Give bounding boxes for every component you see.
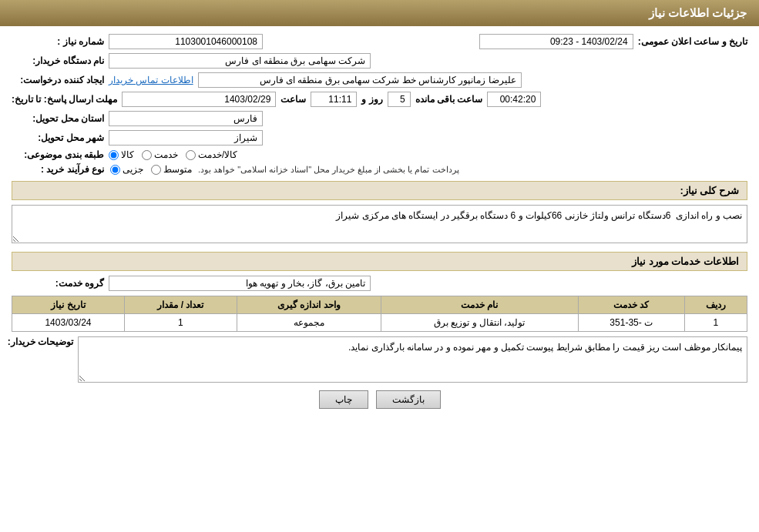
content-area: تاریخ و ساعت اعلان عمومی: 1403/02/24 - 0… (0, 26, 759, 424)
category-radio-kala-khedmat[interactable] (186, 150, 196, 160)
table-row: 1ت -35-351تولید، انتقال و توزیع برقمجموع… (12, 314, 747, 332)
creator-link[interactable]: اطلاعات تماس خریدار (109, 75, 193, 85)
process-option-mote: متوسط (151, 164, 192, 175)
deadline-time: 11:11 (311, 92, 357, 107)
province-value: فارس (109, 111, 263, 126)
process-label-2: متوسط (163, 164, 192, 175)
category-radio-kala[interactable] (109, 150, 119, 160)
announce-left: تاریخ و ساعت اعلان عمومی: 1403/02/24 - 0… (479, 34, 747, 49)
process-radio-jozei[interactable] (110, 165, 120, 175)
page-title: جزئیات اطلاعات نیاز (12, 6, 747, 20)
category-option-label-3: کالا/خدمت (198, 149, 237, 160)
process-label-1: جزیی (123, 164, 143, 175)
deadline-row: 00:42:20 ساعت باقی مانده 5 روز و 11:11 س… (12, 92, 747, 107)
buyer-notes-row: پیمانکار موظف است ریز قیمت را مطابق شرای… (12, 336, 747, 383)
deadline-days: 5 (388, 92, 411, 107)
top-info-row: تاریخ و ساعت اعلان عمومی: 1403/02/24 - 0… (12, 34, 747, 49)
buyer-notes-label: توضیحات خریدار: (12, 336, 73, 347)
description-section-title: شرح کلی نیاز: (12, 181, 747, 200)
province-label: استان محل تحویل: (12, 113, 104, 124)
buttons-row: بازگشت چاپ (12, 390, 747, 409)
table-cell-name: تولید، انتقال و توزیع برق (381, 314, 578, 332)
category-option-khedmat: خدمت (142, 149, 178, 160)
table-header-unit: واحد اندازه گیری (237, 296, 381, 314)
category-radio-khedmat[interactable] (142, 150, 152, 160)
category-option-label-1: کالا (121, 149, 134, 160)
creator-row: علیرضا زمانپور کارشناس خط شرکت سهامی برق… (12, 72, 747, 88)
table-header-code: کد خدمت (578, 296, 684, 314)
province-row: فارس استان محل تحویل: (12, 111, 747, 126)
table-cell-code: ت -35-351 (578, 314, 684, 332)
creator-label: ایجاد کننده درخواست: (12, 75, 104, 85)
description-textarea[interactable]: نصب و راه اندازی 6دستگاه ترانس ولتاژ خاز… (12, 205, 747, 243)
table-cell-date: 1403/03/24 (12, 314, 125, 332)
process-note: پرداخت تمام یا بخشی از مبلغ خریدار محل "… (198, 165, 459, 175)
announce-label: تاریخ و ساعت اعلان عمومی: (638, 36, 747, 47)
page-container: جزئیات اطلاعات نیاز تاریخ و ساعت اعلان ع… (0, 0, 759, 532)
announce-value: 1403/02/24 - 09:23 (479, 34, 633, 49)
deadline-date: 1403/02/29 (122, 92, 276, 107)
service-group-row: تامین برق، گاز، بخار و تهویه هوا گروه خد… (12, 276, 747, 291)
deadline-remaining: 00:42:20 (487, 92, 541, 107)
print-button[interactable]: چاپ (319, 390, 368, 409)
requester-org-label: نام دستگاه خریدار: (12, 55, 104, 66)
announce-right: 1103001046000108 شماره نیاز : (12, 34, 263, 49)
table-header-qty: تعداد / مقدار (124, 296, 237, 314)
header-bar: جزئیات اطلاعات نیاز (0, 0, 759, 26)
deadline-days-label: روز و (361, 94, 382, 105)
city-label: شهر محل تحویل: (12, 132, 104, 143)
table-cell-unit: مجموعه (237, 314, 381, 332)
table-header-date: تاریخ نیاز (12, 296, 125, 314)
need-number-value: 1103001046000108 (109, 34, 263, 49)
city-value: شیراز (109, 130, 263, 146)
table-header-name: نام خدمت (381, 296, 578, 314)
city-row: شیراز شهر محل تحویل: (12, 130, 747, 146)
requester-org-row: شرکت سهامی برق منطقه ای فارس نام دستگاه … (12, 53, 747, 69)
process-radio-mote[interactable] (151, 165, 161, 175)
category-option-kala: کالا (109, 149, 134, 160)
category-label: طبقه بندی موضوعی: (12, 149, 104, 160)
process-radio-group: متوسط جزیی (110, 164, 192, 175)
services-table: ردیف کد خدمت نام خدمت واحد اندازه گیری ت… (12, 296, 747, 332)
process-label: نوع فرآیند خرید : (12, 164, 104, 175)
category-option-label-2: خدمت (154, 149, 178, 160)
services-section-title: اطلاعات خدمات مورد نیاز (12, 252, 747, 271)
process-option-jozei: جزیی (110, 164, 143, 175)
table-cell-row: 1 (684, 314, 747, 332)
buyer-notes-textarea[interactable]: پیمانکار موظف است ریز قیمت را مطابق شرای… (78, 336, 747, 383)
service-group-value: تامین برق، گاز، بخار و تهویه هوا (109, 276, 371, 291)
requester-org-value: شرکت سهامی برق منطقه ای فارس (109, 53, 371, 69)
deadline-time-label: ساعت (280, 94, 306, 105)
service-group-label: گروه خدمت: (12, 278, 104, 289)
back-button[interactable]: بازگشت (376, 390, 441, 409)
process-row: پرداخت تمام یا بخشی از مبلغ خریدار محل "… (12, 164, 747, 175)
category-row: کالا/خدمت خدمت کالا طبقه بندی موضوعی: (12, 149, 747, 160)
creator-value: علیرضا زمانپور کارشناس خط شرکت سهامی برق… (198, 72, 522, 88)
deadline-remaining-label: ساعت باقی مانده (415, 94, 483, 105)
deadline-label: مهلت ارسال پاسخ: تا تاریخ: (12, 94, 117, 105)
table-header-row: ردیف (684, 296, 747, 314)
description-area: نصب و راه اندازی 6دستگاه ترانس ولتاژ خاز… (12, 205, 747, 246)
table-cell-quantity: 1 (124, 314, 237, 332)
need-number-label: شماره نیاز : (12, 36, 104, 47)
category-option-kala-khedmat: کالا/خدمت (186, 149, 237, 160)
category-radio-group: کالا/خدمت خدمت کالا (109, 149, 237, 160)
